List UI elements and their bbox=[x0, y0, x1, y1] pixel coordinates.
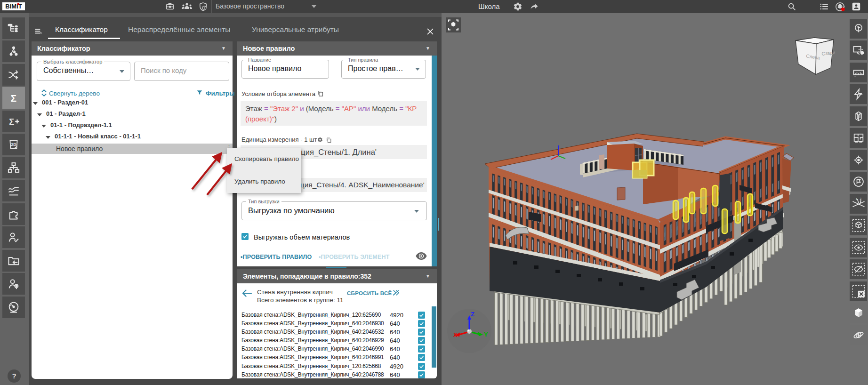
svg-text:1: 1 bbox=[855, 197, 857, 201]
svg-text:Y: Y bbox=[484, 331, 488, 338]
svg-text:Z: Z bbox=[471, 311, 474, 318]
svg-text:Σ: Σ bbox=[9, 118, 14, 127]
svg-text:2: 2 bbox=[860, 197, 861, 200]
svg-text:Сзади: Сзади bbox=[821, 50, 836, 56]
svg-text:X: X bbox=[453, 331, 458, 338]
svg-text:Σ: Σ bbox=[11, 93, 16, 104]
svg-text:2D: 2D bbox=[11, 142, 16, 147]
